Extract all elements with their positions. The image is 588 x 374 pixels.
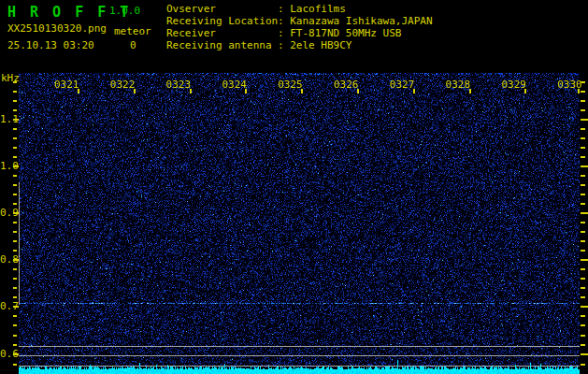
freq-minor-tick-left	[13, 203, 17, 205]
time-tick-label: 0329	[501, 79, 526, 91]
freq-minor-tick-left	[13, 100, 17, 102]
freq-minor-tick-left	[13, 335, 17, 337]
freq-minor-tick-right	[581, 91, 585, 93]
freq-minor-tick-left	[13, 324, 17, 326]
info-label: Receiving Location	[166, 15, 278, 27]
freq-minor-tick-right	[581, 137, 585, 139]
freq-major-tick-left	[13, 353, 19, 355]
freq-minor-tick-right	[581, 147, 585, 149]
freq-minor-tick-right	[581, 296, 585, 298]
freq-minor-tick-left	[13, 222, 17, 223]
info-separator: :	[278, 15, 290, 27]
freq-minor-tick-left	[13, 364, 17, 366]
freq-minor-tick-left	[13, 147, 17, 149]
time-minute-tick	[469, 89, 471, 94]
freq-major-tick-right	[581, 353, 588, 355]
echo-count: 0	[130, 39, 136, 51]
time-minute-tick	[301, 89, 303, 94]
freq-tick-label: 0.6	[0, 348, 12, 360]
freq-minor-tick-left	[13, 250, 17, 252]
info-value: FT-817ND 50MHz USB	[290, 27, 401, 39]
spectrogram-canvas	[19, 73, 580, 374]
freq-major-tick-right	[581, 119, 588, 121]
time-minute-tick	[413, 89, 415, 94]
freq-minor-tick-right	[581, 315, 585, 317]
freq-minor-tick-left	[13, 240, 17, 242]
freq-minor-tick-right	[581, 184, 585, 186]
freq-minor-tick-left	[13, 184, 17, 186]
time-tick-label: 0321	[54, 79, 79, 91]
info-label: Ovserver	[166, 3, 278, 15]
info-separator: :	[278, 39, 290, 51]
freq-minor-tick-right	[581, 335, 585, 337]
freq-minor-tick-right	[581, 100, 585, 102]
freq-minor-tick-left	[13, 296, 17, 298]
freq-minor-tick-right	[581, 344, 585, 346]
freq-minor-tick-left	[13, 194, 17, 195]
time-minute-tick	[578, 89, 580, 94]
freq-tick-label: 0.7	[0, 300, 12, 312]
time-minute-tick	[134, 89, 136, 94]
info-value: Kanazawa Ishikawa,JAPAN	[290, 15, 432, 27]
freq-minor-tick-left	[13, 175, 17, 177]
station-info-row: Receiving antenna: 2ele HB9CY	[166, 39, 433, 51]
time-minute-tick	[78, 89, 79, 94]
time-tick-label: 0328	[446, 79, 471, 91]
freq-major-tick-right	[581, 212, 588, 214]
station-info-row: Receiver: FT-817ND 50MHz USB	[166, 27, 433, 39]
freq-minor-tick-right	[581, 109, 585, 111]
freq-minor-tick-right	[581, 287, 585, 289]
info-label: Receiving antenna	[166, 39, 278, 51]
info-separator: :	[278, 27, 290, 39]
freq-minor-tick-left	[13, 128, 17, 130]
hrofft-window: H R O F F T 1.0.0 XX2510130320.png meteo…	[0, 0, 588, 374]
observation-mode: meteor	[114, 25, 151, 37]
info-label: Receiver	[166, 27, 278, 39]
station-info-row: Ovserver: Lacofilms	[166, 3, 433, 15]
freq-minor-tick-left	[13, 91, 17, 93]
freq-major-tick-left	[13, 165, 19, 167]
station-info-table: Ovserver: LacofilmsReceiving Location: K…	[166, 3, 433, 51]
freq-minor-tick-right	[581, 364, 585, 366]
time-minute-tick	[190, 89, 192, 94]
time-tick-label: 0326	[334, 79, 359, 91]
freq-minor-tick-right	[581, 222, 585, 223]
time-minute-tick	[245, 89, 247, 94]
app-version: 1.0.0	[109, 5, 140, 17]
freq-minor-tick-left	[13, 268, 17, 270]
freq-minor-tick-right	[581, 278, 585, 280]
station-info-row: Receiving Location: Kanazawa Ishikawa,JA…	[166, 15, 433, 27]
freq-major-tick-left	[13, 212, 19, 214]
freq-minor-tick-right	[581, 203, 585, 205]
freq-minor-tick-right	[581, 156, 585, 158]
freq-major-tick-left	[13, 306, 19, 308]
freq-minor-tick-right	[581, 194, 585, 195]
freq-tick-label: 0.9	[0, 207, 12, 219]
freq-minor-tick-right	[581, 240, 585, 242]
freq-minor-tick-right	[581, 128, 585, 130]
time-tick-label: 0323	[166, 79, 192, 91]
freq-major-tick-right	[581, 259, 588, 261]
info-value: 2ele HB9CY	[290, 39, 351, 51]
freq-minor-tick-left	[13, 315, 17, 317]
freq-minor-tick-left	[13, 278, 17, 280]
freq-major-tick-right	[581, 306, 588, 308]
freq-minor-tick-left	[13, 137, 17, 139]
freq-tick-label: 1.1	[0, 113, 12, 125]
freq-major-tick-left	[13, 259, 19, 261]
time-minute-tick	[357, 89, 359, 94]
info-value: Lacofilms	[290, 3, 346, 15]
freq-tick-label: 1.0	[0, 160, 12, 172]
freq-tick-label: 0.8	[0, 253, 12, 266]
time-minute-tick	[524, 89, 526, 94]
freq-minor-tick-right	[581, 231, 585, 233]
freq-minor-tick-left	[13, 81, 17, 83]
info-separator: :	[278, 3, 290, 15]
observation-datetime: 25.10.13 03:20	[7, 39, 94, 51]
time-tick-label: 0324	[222, 79, 247, 91]
freq-minor-tick-left	[13, 287, 17, 289]
time-tick-label: 0322	[110, 79, 136, 91]
freq-minor-tick-left	[13, 109, 17, 111]
freq-major-tick-left	[13, 119, 19, 121]
freq-major-tick-right	[581, 165, 588, 167]
